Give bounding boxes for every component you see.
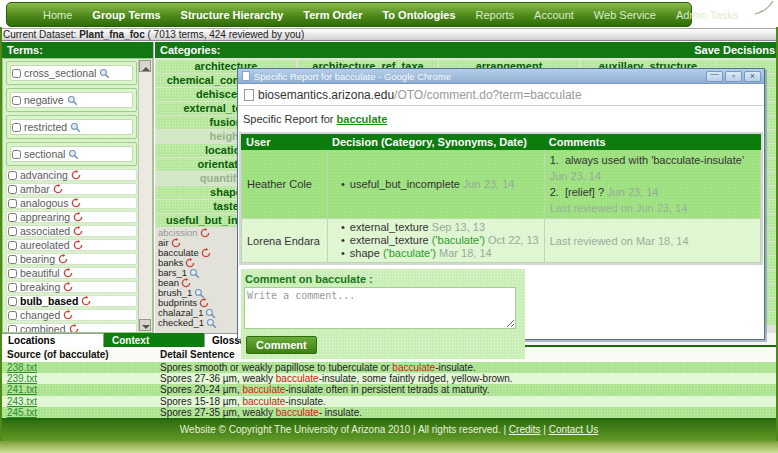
history-icon[interactable] <box>73 240 83 250</box>
user-cell: Lorena Endara <box>242 219 328 263</box>
term-label: restricted <box>24 121 67 133</box>
term-checkbox[interactable] <box>12 150 21 159</box>
footer-link-contact-us[interactable]: Contact Us <box>549 424 598 435</box>
history-icon[interactable] <box>69 324 79 333</box>
source-link[interactable]: 243.txt <box>7 396 37 407</box>
history-icon[interactable] <box>63 282 73 292</box>
bullet: • <box>341 247 345 259</box>
magnifier-icon[interactable] <box>70 122 81 133</box>
highlighted-term: bacculate <box>276 407 319 418</box>
categories-title: Categories: <box>160 44 221 56</box>
magnifier-icon[interactable] <box>67 95 78 106</box>
term-checkbox[interactable] <box>8 227 17 236</box>
nav-item-term-order[interactable]: Term Order <box>293 9 372 21</box>
term-label: negative <box>24 94 64 106</box>
history-icon[interactable] <box>201 248 211 258</box>
term-checkbox[interactable] <box>8 199 17 208</box>
nav-item-account[interactable]: Account <box>524 9 584 21</box>
term-label: bearing <box>20 253 55 265</box>
term-checkbox[interactable] <box>8 241 17 250</box>
source-link[interactable]: 238.txt <box>7 362 37 373</box>
history-icon[interactable] <box>73 226 83 236</box>
term-checkbox[interactable] <box>8 283 17 292</box>
term-row: aureolated <box>6 239 137 251</box>
term-row: apprearing <box>6 211 137 223</box>
source-link[interactable]: 245.txt <box>7 407 37 418</box>
scroll-down-arrow[interactable] <box>139 319 151 331</box>
current-dataset-bar: Current Dataset: Plant_fna_foc ( 7013 te… <box>0 28 778 41</box>
history-icon[interactable] <box>58 254 68 264</box>
history-icon[interactable] <box>63 268 73 278</box>
url-page-icon <box>244 89 254 101</box>
close-button[interactable]: × <box>744 71 761 82</box>
magnifier-icon[interactable] <box>206 318 217 329</box>
term-checkbox[interactable] <box>8 325 17 334</box>
history-icon[interactable] <box>71 170 81 180</box>
decision-date: Mar 18, 14 <box>439 247 492 259</box>
comment-textarea[interactable] <box>244 287 516 329</box>
footer-link-credits[interactable]: Credits <box>509 424 541 435</box>
source-link[interactable]: 239.txt <box>7 373 37 384</box>
history-icon[interactable] <box>73 212 83 222</box>
term-checkbox[interactable] <box>12 123 21 132</box>
terms-items: cross_sectionalnegativerestrictedsection… <box>6 61 137 333</box>
history-icon[interactable] <box>200 228 210 238</box>
term-label: beautiful <box>20 267 60 279</box>
term-checkbox[interactable] <box>8 255 17 264</box>
decision-line: •shape ('baculate') Mar 18, 14 <box>333 247 539 260</box>
nav-item-structure-hierarchy[interactable]: Structure Hierarchy <box>171 9 294 21</box>
maximize-button[interactable]: ▫ <box>725 71 742 82</box>
detail-sentence: Spores 20-24 µm, bacculate-insulate ofte… <box>160 384 490 395</box>
table-row: 245.txtSpores 27-35 µm, weakly bacculate… <box>0 407 778 418</box>
comment-number: 2. <box>550 186 559 198</box>
term-checkbox[interactable] <box>12 96 21 105</box>
decision-line: •useful_but_incomplete Jun 23, 14 <box>333 178 539 191</box>
magnifier-icon[interactable] <box>189 268 200 279</box>
table-row: 238.txtSpores smooth or weakly papillose… <box>0 362 778 373</box>
magnifier-icon[interactable] <box>99 68 110 79</box>
nav-item-to-ontologies[interactable]: To Ontologies <box>372 9 465 21</box>
url-path: /OTO/comment.do?term=bacculate <box>394 88 582 102</box>
terms-scrollbar[interactable] <box>138 60 151 331</box>
popup-title-bar[interactable]: Specific Report for bacculate - Google C… <box>238 69 764 84</box>
nav-item-home[interactable]: Home <box>33 9 82 21</box>
source-link[interactable]: 241.txt <box>7 384 37 395</box>
popup-url-bar[interactable]: biosemantics.arizona.edu/OTO/comment.do?… <box>238 84 764 106</box>
decision-date: Sep 13, 13 <box>432 221 485 233</box>
url-host: biosemantics.arizona.edu <box>258 88 394 102</box>
tab-context[interactable]: Context <box>104 333 204 347</box>
tab-locations[interactable]: Locations <box>0 333 104 347</box>
dataset-name: Plant_fna_foc <box>79 29 145 40</box>
term-checkbox[interactable] <box>8 171 17 180</box>
term-link[interactable]: bacculate <box>337 113 388 125</box>
term-row: ambar <box>6 183 137 195</box>
comment-line: 1.always used with 'bacculate-insulate' … <box>550 152 755 184</box>
history-icon[interactable] <box>71 198 81 208</box>
nav-item-admin-tasks[interactable]: Admin Tasks <box>666 9 748 21</box>
nav-item-web-service[interactable]: Web Service <box>584 9 666 21</box>
nav-item-group-terms[interactable]: Group Terms <box>82 9 170 21</box>
detail-sentence: Spores smooth or weakly papillose to tub… <box>160 362 476 373</box>
term-checkbox[interactable] <box>8 269 17 278</box>
comment-submit-button[interactable]: Comment <box>246 336 317 354</box>
decision-cell: •useful_but_incomplete Jun 23, 14 <box>328 150 545 219</box>
term-checkbox[interactable] <box>8 185 17 194</box>
term-checkbox[interactable] <box>12 69 21 78</box>
popup-title: Specific Report for bacculate - Google C… <box>254 71 704 82</box>
history-icon[interactable] <box>53 184 63 194</box>
sentence-column-header: Detail Sentence <box>160 349 234 361</box>
magnifier-icon[interactable] <box>68 149 79 160</box>
decision-line: •external_texture Sep 13, 13 <box>333 221 539 234</box>
term-checkbox[interactable] <box>8 213 17 222</box>
history-icon[interactable] <box>63 310 73 320</box>
nav-item-reports[interactable]: Reports <box>466 9 525 21</box>
comment-section: Comment on bacculate : Comment <box>241 269 525 359</box>
history-icon[interactable] <box>81 296 91 306</box>
table-row: 241.txtSpores 20-24 µm, bacculate-insula… <box>0 384 778 395</box>
term-row: beautiful <box>6 267 137 279</box>
minimize-button[interactable]: — <box>706 71 723 82</box>
term-checkbox[interactable] <box>8 311 17 320</box>
save-decisions-button[interactable]: Save Decisions <box>694 42 775 58</box>
term-checkbox[interactable] <box>8 297 17 306</box>
scroll-up-arrow[interactable] <box>139 60 151 72</box>
